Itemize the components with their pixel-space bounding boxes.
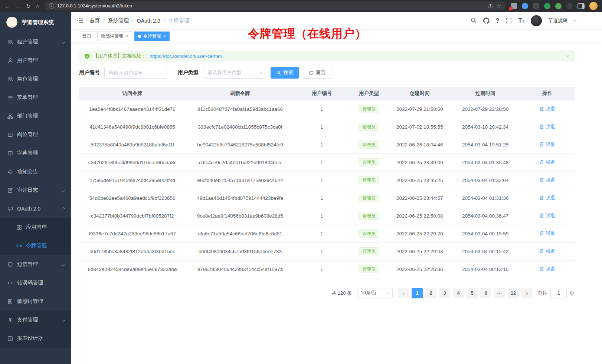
chevron-down-icon[interactable] [573,19,576,21]
share-icon[interactable] [488,3,493,9]
force-logout-button[interactable]: 强退 [539,159,555,166]
page-button[interactable]: 5 [467,288,478,298]
close-icon[interactable]: × [163,34,166,39]
force-logout-button[interactable]: 强退 [539,212,555,219]
sidebar-item-notice[interactable]: 通知公告 [0,162,71,181]
sidebar-item-oauth-token[interactable]: 令牌管理 [0,236,71,255]
sidebar-item-oauth-app[interactable]: 应用管理 [0,218,71,236]
page-size-select[interactable]: 10条/页 [357,288,393,298]
force-logout-button[interactable]: 强退 [539,195,555,201]
refresh-icon [309,70,314,75]
reload-icon[interactable]: ↻ [26,3,31,9]
extension-icon[interactable] [511,3,517,9]
breadcrumb-item[interactable]: 首页 [89,17,100,24]
tab-token[interactable]: 令牌管理 × [134,32,170,41]
trash-icon [539,106,544,111]
bookmark-star-icon[interactable]: ☆ [496,3,501,9]
page-button[interactable]: 4 [453,288,464,298]
goto-page-input[interactable] [550,288,567,298]
force-logout-button[interactable]: 强退 [539,177,555,183]
help-icon[interactable]: ? [496,17,500,24]
fullscreen-icon[interactable] [506,17,512,24]
sidebar-item-post[interactable]: 岗位管理 [0,125,71,144]
table-row: 1ea5e44f8bc1467aaede43144f31de76 811c530… [79,100,575,118]
side-panel-icon[interactable] [578,3,585,9]
table-row: f9336e7c7dd242a283ee98dc86b17a87 dfa6c71… [79,225,575,242]
sidebar-item-sensitive-word[interactable]: 敏感词管理 [0,292,71,311]
tab-sensitive-word[interactable]: 敏感词管理 × [97,32,132,41]
tab-home[interactable]: 首页 [79,32,95,41]
extension-icon[interactable] [522,3,528,9]
close-icon[interactable]: × [125,34,128,39]
chart-icon [7,336,13,341]
user-type-badge: 管理员 [359,140,379,149]
user-type-badge: 管理员 [359,158,379,166]
address-bar[interactable]: i 127.0.0.1:1024/system/oauth2/token ☆ [45,1,506,10]
filter-bar: 用户编号 用户类型 请选择用户类型 搜索 [79,67,575,79]
back-icon[interactable]: ← [4,3,10,9]
sidebar-item-sms[interactable]: 短信管理 [0,255,71,274]
sidebar-item-oauth[interactable]: OAuth 2.0 [0,199,71,218]
force-logout-button[interactable]: 强退 [539,266,555,272]
page-button[interactable]: 2 [425,288,436,298]
table-header-row: 访问令牌 刷新令牌 用户编号 用户类型 创建时间 过期时间 操作 [79,87,575,100]
col-access-token: 访问令牌 [79,87,186,100]
search-button[interactable]: 搜索 [271,67,299,79]
sidebar-item-menu[interactable]: 菜单管理 [0,88,71,107]
force-logout-button[interactable]: 强退 [539,248,555,255]
reset-button[interactable]: 重置 [303,67,331,79]
page-button[interactable]: 3 [439,288,450,298]
active-dot [138,35,141,38]
force-logout-button[interactable]: 强退 [539,141,555,148]
app-logo-area[interactable]: 芋道管理系统 [0,12,71,33]
page-button[interactable]: 6 [480,288,491,298]
force-logout-button[interactable]: 强退 [539,230,555,237]
sidebar: 芋道管理系统 租户管理 用户管理 角色管理 菜单 [0,12,71,364]
sidebar-item-tenant[interactable]: 租户管理 [0,33,71,51]
close-icon[interactable]: × [566,53,569,59]
prev-page-button[interactable]: ‹ [398,288,409,298]
sidebar-item-dict[interactable]: 字典管理 [0,144,71,162]
goto-suffix: 页 [570,290,575,297]
site-info-icon[interactable]: i [49,3,54,9]
sidebar-fold-icon[interactable] [76,17,84,24]
col-refresh-token: 刷新令牌 [186,87,295,100]
breadcrumb-item[interactable]: OAuth 2.0 [137,18,160,24]
extension-badge [509,7,513,10]
sidebar-item-audit-log[interactable]: 审计日志 [0,181,71,199]
user-id-input[interactable] [104,67,167,79]
force-logout-button[interactable]: 强退 [539,106,555,112]
trash-icon [539,124,544,129]
sidebar-item-report-designer[interactable]: 报表设计器 [0,329,71,348]
browser-profile-avatar[interactable] [589,2,598,10]
search-icon[interactable] [471,17,477,24]
extension-icon[interactable] [566,3,573,9]
sidebar-item-error-code[interactable]: 错误码管理 [0,274,71,292]
font-size-icon[interactable]: TT [518,17,524,24]
breadcrumb-item[interactable]: 系统管理 [108,17,129,24]
sidebar-item-pay[interactable]: ¥ 支付管理 [0,311,71,329]
github-icon[interactable] [483,17,490,24]
page-button[interactable]: 12 [508,288,519,298]
sidebar-item-user[interactable]: 用户管理 [0,51,71,70]
trash-icon [539,249,544,254]
forward-icon[interactable]: → [15,3,21,9]
app-header: 首页 / 系统管理 / OAuth 2.0 / 令牌管理 ? TT 芋道源码 [71,12,602,30]
doc-link[interactable]: https://doc.iocoder.cn/user-center/ [150,53,222,59]
sidebar-item-dept[interactable]: 部门管理 [0,107,71,125]
chevron-down-icon [62,40,65,44]
user-type-label: 用户类型 [178,69,199,76]
home-icon[interactable]: ⌂ [36,3,39,9]
page-button[interactable]: 1 [412,288,423,298]
force-logout-button[interactable]: 强退 [539,123,555,130]
sidebar-item-role[interactable]: 角色管理 [0,70,71,88]
extension-icon[interactable] [544,3,550,9]
alert-text: 【用户体系】文档地址： [93,53,146,59]
extensions-cluster [511,2,598,10]
next-page-button[interactable]: › [521,288,533,298]
extensions-puzzle-icon[interactable] [555,3,562,9]
more-pages-button[interactable]: ··· [494,288,505,298]
user-type-select[interactable]: 请选择用户类型 [203,67,266,79]
extension-icon[interactable] [533,3,539,9]
user-avatar[interactable] [531,15,542,26]
